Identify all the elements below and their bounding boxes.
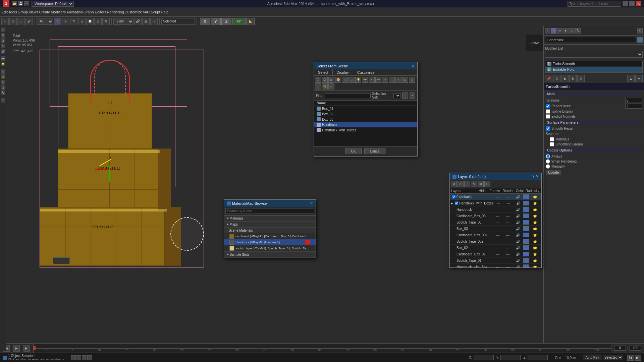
status-icon-4[interactable]: [87, 355, 92, 360]
minimize-btn[interactable]: ─: [623, 1, 628, 6]
utilities-icon[interactable]: 🔧: [1, 90, 5, 95]
timeline-playhead[interactable]: [34, 346, 36, 350]
x-axis-btn[interactable]: X: [200, 18, 210, 25]
lp-layer-st01-color[interactable]: [523, 258, 529, 263]
lp-settings-btn[interactable]: ⚙: [451, 181, 457, 187]
bind-to-space-warp[interactable]: 〜: [150, 18, 158, 25]
lp-layer-st01[interactable]: Scotch_Tape_01 — — 🔊 🌟: [450, 257, 541, 264]
lp-layer-cb01-color[interactable]: [523, 252, 529, 256]
link-tool[interactable]: 🔗: [134, 18, 142, 25]
turbosmoooth-entry[interactable]: T TurboSmooth: [545, 61, 642, 67]
surface-params-header[interactable]: Surface Parameters: [546, 120, 642, 125]
lp-layer-b2-color[interactable]: [523, 245, 529, 250]
scale-icon[interactable]: ⊿: [1, 38, 5, 43]
select-object[interactable]: ↖: [54, 18, 61, 25]
camera-icon[interactable]: 📷: [1, 56, 5, 61]
lp-layer-st002[interactable]: Scotch_Tape_002 — — 🔊 🌟: [450, 238, 541, 245]
menu-views[interactable]: Views: [29, 10, 38, 14]
menu-tools[interactable]: Tools: [8, 10, 17, 14]
sfs-item-box03[interactable]: Box_03: [314, 117, 417, 122]
lp-layer-hwb-color[interactable]: [523, 264, 529, 267]
lp-layer-b3[interactable]: Box_03 — — 🔊 🌟: [450, 226, 541, 232]
current-frame-input[interactable]: [614, 346, 626, 351]
lasso-select[interactable]: ⌕: [17, 18, 25, 25]
sfs-select-all[interactable]: ☑: [322, 77, 328, 83]
lp-layer-cb01[interactable]: Cardboard_Box_01 — — 🔊 🌟: [450, 251, 541, 257]
mb-materials-header[interactable]: + Materials: [224, 216, 316, 221]
x-coord-input[interactable]: [474, 355, 494, 360]
sfs-list-view[interactable]: ≡: [395, 77, 401, 83]
sfs-sort-options[interactable]: ⇕: [409, 77, 415, 83]
explicit-normals-checkbox[interactable]: [546, 114, 550, 119]
help-icon[interactable]: ?: [1, 98, 5, 103]
lp-layer-htb-checkbox[interactable]: [455, 201, 458, 205]
always-radio[interactable]: [546, 154, 550, 159]
hierarchy-icon[interactable]: 🌿: [1, 74, 5, 79]
mb-search-input[interactable]: [225, 208, 314, 214]
create-panel-icon[interactable]: +: [545, 28, 550, 34]
maximize-btn[interactable]: □: [629, 1, 635, 6]
lp-layer-st002-color[interactable]: [523, 239, 529, 244]
modify-panel-icon[interactable]: ✏: [551, 28, 556, 34]
lp-layer-cb3-color[interactable]: [523, 214, 529, 218]
lp-select-btn[interactable]: ↖: [471, 181, 477, 187]
link-icon[interactable]: 🔗: [1, 49, 5, 54]
display-icon[interactable]: ◻: [1, 85, 5, 90]
mb-item-cardboard[interactable]: cardboard (VRayMtl) [Cardboard_Box_01,Ca…: [224, 233, 316, 239]
modifier-icon[interactable]: ▲: [1, 69, 5, 74]
filter-dropdown[interactable]: All: [37, 18, 53, 25]
quick-access-undo[interactable]: ↩: [24, 1, 29, 6]
menu-rendering[interactable]: Rendering: [107, 10, 124, 14]
lp-merge-btn[interactable]: ⊞: [478, 181, 484, 187]
sfs-tab-customize[interactable]: Customize: [353, 69, 379, 75]
update-button[interactable]: Update: [546, 170, 561, 175]
mb-item-scotch-tape[interactable]: scotch_tape (VRayMtl) [Scotch_Tape_01, S…: [224, 245, 316, 251]
sfs-close-btn[interactable]: ✕: [412, 64, 415, 68]
lp-delete-btn[interactable]: ✕: [458, 181, 464, 187]
sfs-filter-lights[interactable]: 💡: [355, 77, 361, 83]
lp-layer-cb002-color[interactable]: [523, 233, 529, 237]
y-coord-input[interactable]: [500, 355, 521, 360]
lp-layer-st3-color[interactable]: [523, 220, 529, 225]
lp-layer-hwb[interactable]: Handtruck_with_Box — — 🔊 🌟: [450, 264, 541, 267]
named-selection-field[interactable]: Selected: [161, 18, 195, 25]
sfs-col-options[interactable]: |: [315, 83, 321, 89]
smooth-result-checkbox[interactable]: [546, 126, 550, 131]
motion-icon[interactable]: ◎: [1, 80, 5, 84]
materials-checkbox[interactable]: [550, 137, 554, 141]
menu-edit[interactable]: Edit: [1, 10, 8, 14]
select-tool[interactable]: ⊹: [1, 18, 9, 25]
autokey-btn[interactable]: Auto Key: [583, 355, 601, 360]
sfs-ok-btn[interactable]: OK: [345, 148, 361, 154]
motion-panel-icon[interactable]: ▶: [563, 28, 569, 34]
mod-remove-btn[interactable]: 🗑: [569, 75, 577, 82]
lp-layer-0[interactable]: 0 (default) — — 🔊 🌟: [450, 194, 541, 200]
sfs-filter-helpers[interactable]: +: [369, 77, 375, 83]
rotate-icon[interactable]: ↻: [1, 33, 5, 38]
z-axis-btn[interactable]: Z: [221, 18, 231, 25]
lp-layer-b2[interactable]: Box_02 — — 🔊 🌟: [450, 245, 541, 251]
isoline-checkbox[interactable]: [546, 109, 550, 114]
mod-down-btn[interactable]: ▼: [635, 75, 643, 82]
keyword-search[interactable]: [568, 1, 621, 7]
render-iters-input[interactable]: [625, 104, 642, 109]
lp-layer-st3[interactable]: Scotch_Tape_03 — — 🔊 🌟: [450, 219, 541, 226]
sfs-filter-bone[interactable]: ⊸: [382, 77, 388, 83]
menu-modifiers[interactable]: Modifiers: [51, 10, 66, 14]
timeline-bar[interactable]: 0510152025303540455055606570758085909510…: [34, 344, 611, 353]
light-icon[interactable]: 💡: [1, 62, 5, 66]
view-dropdown[interactable]: View: [113, 18, 133, 25]
key-next-btn[interactable]: ▶|: [635, 355, 641, 361]
lp-layer-0-color[interactable]: [523, 194, 529, 199]
sfs-invert[interactable]: ⊞: [328, 77, 334, 83]
status-icon-3[interactable]: [82, 355, 87, 360]
lp-add-btn[interactable]: +: [464, 181, 470, 187]
status-icon-2[interactable]: [76, 355, 81, 360]
display-panel-icon[interactable]: ◻: [569, 28, 575, 34]
mb-scene-materials-header[interactable]: - Scene Materials: [224, 228, 316, 233]
mod-pin-btn[interactable]: 📌: [545, 75, 552, 82]
unlink-tool[interactable]: ⛓: [142, 18, 150, 25]
sfs-icon-view[interactable]: ⊞: [402, 77, 408, 83]
lp-unmerge-btn[interactable]: ⊟: [484, 181, 490, 187]
lp-layer-cb002[interactable]: Cardboard_Box_002 — — 🔊 🌟: [450, 232, 541, 238]
